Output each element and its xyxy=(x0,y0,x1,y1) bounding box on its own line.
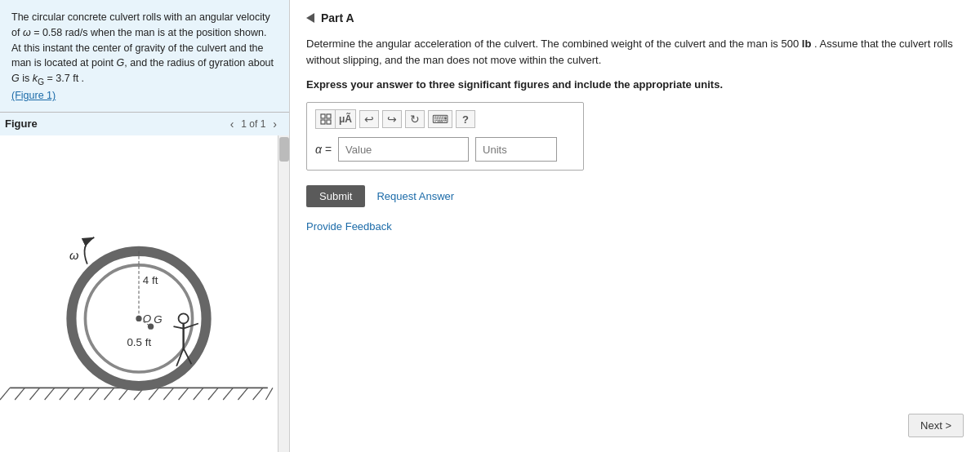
figure-image: ω O G 4 ft xyxy=(0,135,278,452)
collapse-icon[interactable] xyxy=(306,13,314,23)
figure-label: Figure xyxy=(5,117,226,130)
svg-rect-41 xyxy=(327,120,331,124)
toolbar: μÃ ↩ ↪ ↻ ⌨ ? xyxy=(315,109,575,129)
figure-scrollbar[interactable] xyxy=(278,135,289,452)
problem-description: Determine the angular acceleration of th… xyxy=(306,38,953,66)
svg-text:0.5 ft: 0.5 ft xyxy=(127,336,151,348)
svg-line-1 xyxy=(0,388,10,400)
svg-rect-38 xyxy=(321,114,325,118)
figure-prev-button[interactable]: ‹ xyxy=(226,116,238,132)
svg-line-4 xyxy=(45,388,55,400)
svg-line-14 xyxy=(194,388,203,400)
svg-text:O: O xyxy=(143,312,152,325)
provide-feedback-link[interactable]: Provide Feedback xyxy=(306,220,392,233)
redo-icon: ↪ xyxy=(387,113,397,126)
svg-text:4 ft: 4 ft xyxy=(143,274,158,286)
svg-line-6 xyxy=(74,388,84,400)
part-header: Part A xyxy=(306,11,960,24)
svg-point-28 xyxy=(179,313,189,323)
svg-line-15 xyxy=(208,388,218,400)
svg-line-19 xyxy=(265,388,273,400)
grid-icon-button[interactable] xyxy=(316,110,336,128)
actions-row: Submit Request Answer xyxy=(306,185,960,207)
description-text: The circular concrete culvert rolls with… xyxy=(11,11,274,84)
svg-line-3 xyxy=(29,388,39,400)
svg-line-16 xyxy=(223,388,233,400)
request-answer-button[interactable]: Request Answer xyxy=(376,190,454,202)
svg-line-2 xyxy=(15,388,24,400)
grid-icon xyxy=(320,113,332,125)
svg-text:ω: ω xyxy=(69,248,78,261)
problem-text: Determine the angular acceleration of th… xyxy=(306,36,960,69)
figure-next-button[interactable]: › xyxy=(269,116,281,132)
svg-line-8 xyxy=(105,388,114,400)
answer-box: μÃ ↩ ↪ ↻ ⌨ ? α = xyxy=(306,102,584,171)
svg-line-5 xyxy=(60,388,69,400)
question-icon: ? xyxy=(462,113,469,126)
units-input[interactable] xyxy=(475,137,557,162)
figure-section-header: Figure ‹ 1 of 1 › xyxy=(0,112,289,135)
svg-line-12 xyxy=(163,388,173,400)
svg-rect-40 xyxy=(321,120,325,124)
keyboard-button[interactable]: ⌨ xyxy=(428,110,452,128)
figure-svg: ω O G 4 ft xyxy=(0,135,278,452)
figure-row: ω O G 4 ft xyxy=(0,135,289,452)
part-title: Part A xyxy=(321,11,354,24)
express-instruction: Express your answer to three significant… xyxy=(306,78,960,91)
problem-description: The circular concrete culvert rolls with… xyxy=(0,0,289,112)
svg-rect-39 xyxy=(327,114,331,118)
svg-point-25 xyxy=(148,323,154,329)
svg-line-18 xyxy=(253,388,263,400)
svg-line-30 xyxy=(174,326,184,328)
next-button[interactable]: Next > xyxy=(908,414,964,437)
svg-text:G: G xyxy=(154,313,162,326)
undo-icon: ↩ xyxy=(364,113,374,126)
figure-nav: ‹ 1 of 1 › xyxy=(226,116,281,132)
undo-button[interactable]: ↩ xyxy=(359,110,379,128)
mu-icon: μÃ xyxy=(339,113,352,125)
refresh-button[interactable]: ↻ xyxy=(405,110,425,128)
toolbar-group: μÃ xyxy=(315,109,356,129)
left-panel: The circular concrete culvert rolls with… xyxy=(0,0,290,452)
figure-link[interactable]: (Figure 1) xyxy=(11,90,56,101)
refresh-icon: ↻ xyxy=(410,113,420,126)
svg-line-17 xyxy=(238,388,247,400)
svg-line-7 xyxy=(89,388,99,400)
svg-line-13 xyxy=(179,388,189,400)
redo-button[interactable]: ↪ xyxy=(382,110,402,128)
scroll-thumb xyxy=(279,137,289,162)
right-panel: Part A Determine the angular acceleratio… xyxy=(290,0,980,452)
help-button[interactable]: ? xyxy=(456,110,475,128)
alpha-label: α = xyxy=(315,143,332,156)
figure-page: 1 of 1 xyxy=(241,118,265,130)
keyboard-icon: ⌨ xyxy=(432,113,448,126)
submit-button[interactable]: Submit xyxy=(306,185,365,207)
mu-icon-button[interactable]: μÃ xyxy=(336,110,355,128)
input-row: α = xyxy=(315,137,575,162)
value-input[interactable] xyxy=(338,137,469,162)
